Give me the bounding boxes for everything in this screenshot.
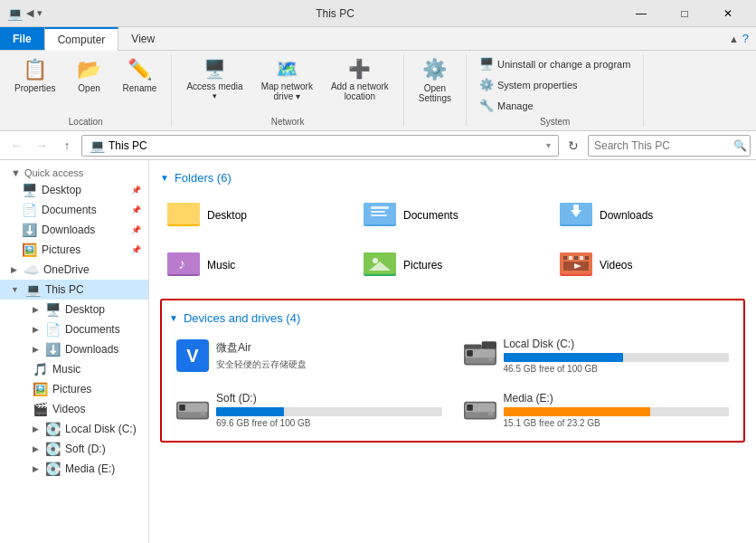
maximize-button[interactable]: □ [664,0,705,27]
documents-qa-label: Documents [42,204,97,216]
pictures-qa-label: Pictures [42,243,80,256]
drive-weipan[interactable]: V 微盘Air 安全轻便的云存储硬盘 [169,332,449,379]
sidebar-item-documents-pc[interactable]: ▶ 📄 Documents [0,319,148,339]
add-location-label: Add a network [331,81,389,91]
sidebar-item-music-pc[interactable]: 🎵 Music [0,359,148,379]
localc-arrow: ▶ [33,424,39,433]
folder-documents[interactable]: Documents [356,192,549,238]
open-button[interactable]: 📂 Open [67,54,112,97]
quick-access-icon1[interactable]: ◀ [26,7,33,19]
drive-local-c[interactable]: Local Disk (C:) 46.5 GB free of 100 GB [457,332,737,379]
ribbon-collapse-icon[interactable]: ▲ [729,33,739,44]
map-drive-label: Map network [261,81,313,91]
desktop-pc-arrow: ▶ [33,305,39,314]
tab-view[interactable]: View [118,27,167,50]
sidebar-item-downloads-qa[interactable]: ⬇️ Downloads 📌 [0,220,148,240]
videos-pc-icon: 🎬 [33,402,48,416]
pictures-pc-icon: 🖼️ [33,382,48,396]
map-drive-button[interactable]: 🗺️ Map network drive ▾ [254,54,320,105]
folder-pictures[interactable]: Pictures [356,242,549,288]
localc-drive-icon [464,340,496,372]
folders-section-header: ▼ Folders (6) [160,171,745,185]
up-button[interactable]: ↑ [56,135,78,157]
folder-pictures-name: Pictures [403,259,442,272]
sidebar-item-desktop-pc[interactable]: ▶ 🖥️ Desktop [0,300,148,319]
svg-rect-23 [574,256,578,260]
sidebar-item-pictures-qa[interactable]: 🖼️ Pictures 📌 [0,240,148,260]
tab-file[interactable]: File [0,27,44,50]
folder-desktop[interactable]: Desktop [160,192,353,238]
path-dropdown-arrow[interactable]: ▾ [546,140,551,150]
music-pc-icon: 🎵 [33,362,48,376]
sidebar-item-videos-pc[interactable]: 🎬 Videos [0,399,148,419]
drive-media-e[interactable]: Media (E:) 15.1 GB free of 23.2 GB [457,386,737,433]
sidebar-item-pictures-pc[interactable]: 🖼️ Pictures [0,379,148,399]
downloads-pc-icon: ⬇️ [45,342,61,357]
manage-label: Manage [497,100,534,111]
weipan-info: 微盘Air 安全轻便的云存储硬盘 [216,340,442,371]
window-title: This PC [50,7,620,20]
localc-bar-bg [504,353,730,362]
sidebar-item-mediae[interactable]: ▶ 💽 Media (E:) [0,459,148,479]
minimize-button[interactable]: — [620,0,662,27]
quick-access-icon2[interactable]: ▾ [37,7,43,19]
sidebar-item-localc[interactable]: ▶ 💽 Local Disk (C:) [0,419,148,439]
manage-icon: 🔧 [479,99,494,112]
svg-point-17 [373,258,378,263]
folder-downloads[interactable]: Downloads [553,192,745,238]
downloads-pin-icon: 📌 [131,225,141,234]
drive-soft-d[interactable]: Soft (D:) 69.6 GB free of 100 GB [169,386,449,433]
open-settings-button[interactable]: ⚙️ Open Settings [411,54,458,107]
address-path[interactable]: 💻 This PC ▾ [81,135,559,157]
folder-desktop-icon [167,197,200,233]
mediae-info: Media (E:) 15.1 GB free of 23.2 GB [504,392,730,428]
sidebar-item-documents-qa[interactable]: 📄 Documents 📌 [0,200,148,220]
folder-videos[interactable]: Videos [553,242,745,288]
sidebar-item-onedrive[interactable]: ▶ ☁️ OneDrive [0,260,148,280]
svg-rect-33 [464,344,482,348]
access-media-icon: 🖥️ [203,58,226,80]
add-location-button[interactable]: ➕ Add a network location [324,54,396,105]
softd-drive-icon [176,395,209,426]
manage-button[interactable]: 🔧 Manage [474,96,539,115]
back-button[interactable]: ← [5,135,27,157]
rename-button[interactable]: ✏️ Rename [116,54,165,97]
forward-button[interactable]: → [31,135,52,157]
system-props-button[interactable]: ⚙️ System properties [474,75,583,94]
videos-pc-label: Videos [52,403,85,415]
open-label: Open [78,83,99,93]
refresh-button[interactable]: ↻ [562,135,584,157]
window-controls: — □ ✕ [620,0,749,27]
softd-arrow: ▶ [33,444,39,453]
folder-music-icon: ♪ [167,247,200,282]
help-icon[interactable]: ? [742,32,749,45]
close-button[interactable]: ✕ [707,0,749,27]
localc-label: Local Disk (C:) [65,423,137,435]
folder-music[interactable]: ♪ Music [160,242,353,288]
sidebar-item-desktop-qa[interactable]: 🖥️ Desktop 📌 [0,180,148,200]
devices-grid: V 微盘Air 安全轻便的云存储硬盘 [169,332,736,433]
folder-downloads-icon [560,197,592,233]
softd-bar-fill [216,407,284,416]
folder-documents-name: Documents [403,209,458,222]
search-box: 🔍 [588,135,751,157]
tab-computer[interactable]: Computer [44,27,119,51]
folder-pictures-icon [364,247,396,282]
main-layout: ▼ Quick access 🖥️ Desktop 📌 📄 Documents … [0,160,756,543]
search-input[interactable] [594,139,730,152]
add-location-label2: location [345,91,375,101]
devices-section-header: ▼ Devices and drives (4) [169,311,736,325]
sidebar-item-thispc[interactable]: ▼ 💻 This PC [0,280,148,300]
uninstall-icon: 🖥️ [479,57,494,71]
uninstall-button[interactable]: 🖥️ Uninstall or change a program [474,54,636,73]
sidebar-item-downloads-pc[interactable]: ▶ ⬇️ Downloads [0,339,148,359]
settings-icon: ⚙️ [422,58,447,81]
thispc-expand-arrow: ▼ [11,285,19,294]
network-buttons: 🖥️ Access media ▾ 🗺️ Map network drive ▾… [179,54,395,115]
path-icon: 💻 [90,138,105,153]
sidebar-item-softd[interactable]: ▶ 💽 Soft (D:) [0,439,148,459]
properties-label: Properties [14,83,56,93]
access-media-button[interactable]: 🖥️ Access media ▾ [179,54,250,104]
properties-button[interactable]: 📋 Properties [7,54,63,97]
folders-arrow-icon: ▼ [160,173,169,183]
